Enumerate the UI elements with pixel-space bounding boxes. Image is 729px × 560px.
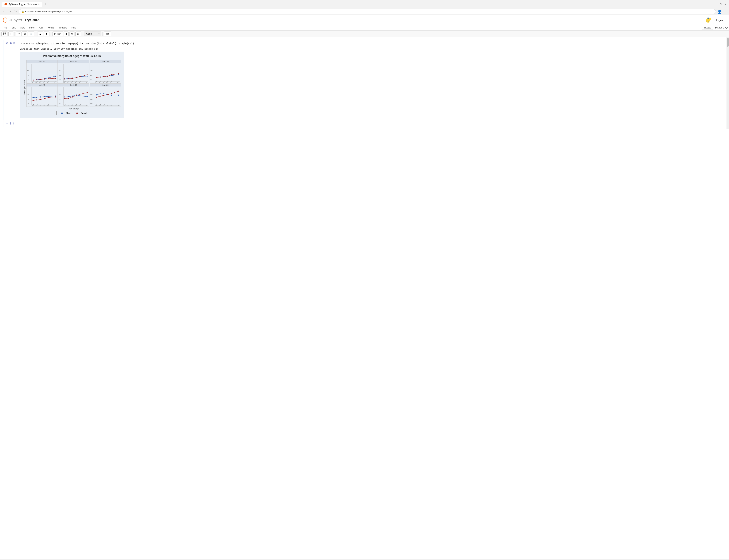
menu-cell[interactable]: Cell <box>37 26 45 30</box>
logout-button[interactable]: Logout <box>714 18 726 22</box>
svg-point-90 <box>40 97 41 98</box>
back-button[interactable]: ← <box>2 9 6 14</box>
chart-area: Predictive margins of agegrp with 95% CI… <box>20 52 124 118</box>
svg-point-71 <box>107 76 108 77</box>
svg-point-47 <box>86 74 88 75</box>
svg-text:200: 200 <box>90 93 92 95</box>
stop-button[interactable]: ■ <box>64 32 69 36</box>
restart-button[interactable]: ↻ <box>69 32 75 36</box>
paste-button[interactable]: 📋 <box>28 32 34 36</box>
tab-close-button[interactable]: × <box>38 3 40 5</box>
svg-point-18 <box>40 79 41 80</box>
svg-point-20 <box>48 78 49 79</box>
menu-view[interactable]: View <box>18 26 27 30</box>
save-button[interactable]: 💾 <box>1 32 8 36</box>
svg-text:50-59: 50-59 <box>43 104 45 106</box>
forward-button[interactable]: → <box>8 9 12 14</box>
svg-text:200: 200 <box>59 70 61 71</box>
cut-button[interactable]: ✂ <box>16 32 21 36</box>
svg-point-97 <box>44 98 45 99</box>
legend-wrapper: Male Female <box>26 111 121 115</box>
trusted-badge: Trusted <box>702 26 713 30</box>
empty-cell-input[interactable] <box>18 120 725 127</box>
scrollbar[interactable] <box>726 37 729 129</box>
empty-cell[interactable]: In [ ]: <box>4 120 725 127</box>
keyboard-shortcuts-button[interactable]: ⌨ <box>104 32 111 36</box>
svg-point-95 <box>36 99 37 100</box>
svg-point-19 <box>44 78 45 80</box>
chart-svg-bmi50: 100 150 200 <box>58 86 89 106</box>
browser-menu-button[interactable]: ⋮ <box>723 9 727 14</box>
move-up-button[interactable]: ▲ <box>37 32 43 36</box>
svg-point-43 <box>68 78 69 79</box>
reload-button[interactable]: ↻ <box>14 9 17 14</box>
cell-content: %stata marginsplot, xdimension(agegrp) b… <box>18 40 725 120</box>
menu-help[interactable]: Help <box>69 26 78 30</box>
scrollbar-thumb[interactable] <box>727 38 729 47</box>
chart-svg-bmi60: 100 150 200 <box>90 86 121 106</box>
fast-forward-button[interactable]: ⏭ <box>75 32 81 36</box>
svg-text:40-49: 40-49 <box>39 104 42 106</box>
svg-text:150: 150 <box>90 75 92 77</box>
svg-text:70+: 70+ <box>54 81 56 83</box>
notebook-name[interactable]: PyStata <box>25 18 40 22</box>
svg-text:40-49: 40-49 <box>71 81 73 83</box>
move-down-button[interactable]: ▼ <box>44 32 49 36</box>
svg-text:200: 200 <box>27 70 29 71</box>
new-tab-button[interactable]: + <box>43 1 48 7</box>
copy-button[interactable]: ⧉ <box>22 31 27 36</box>
svg-point-150 <box>111 93 112 94</box>
profile-button[interactable]: 👤 <box>717 9 722 14</box>
svg-text:100: 100 <box>59 79 61 81</box>
maximize-button[interactable]: □ <box>719 3 722 6</box>
menu-file[interactable]: File <box>1 26 9 30</box>
svg-text:40-49: 40-49 <box>102 81 105 83</box>
svg-text:20-29: 20-29 <box>63 104 66 106</box>
svg-point-140 <box>96 94 97 95</box>
chart-panel-bmi10: bmi=10 100 <box>26 60 58 83</box>
svg-point-161 <box>76 112 78 114</box>
menu-edit[interactable]: Edit <box>9 26 18 30</box>
menu-widgets[interactable]: Widgets <box>57 26 69 30</box>
panel-title-bmi60: bmi=60 <box>90 84 121 86</box>
add-cell-button[interactable]: + <box>8 32 13 36</box>
jupyter-page: Jupyter PyStata Logout File Edit View In… <box>0 15 729 559</box>
active-tab[interactable]: PyStata - Jupyter Notebook × <box>2 2 42 7</box>
close-button[interactable]: × <box>724 3 727 6</box>
svg-text:40-49: 40-49 <box>102 104 105 106</box>
cell-code[interactable]: %stata marginsplot, xdimension(agegrp) b… <box>20 41 724 46</box>
url-text: localhost:8888/notebooks/pyjn/PyStata.ip… <box>25 10 72 13</box>
svg-text:50-59: 50-59 <box>106 81 109 83</box>
svg-text:100: 100 <box>27 103 29 104</box>
minimize-button[interactable]: − <box>714 3 718 6</box>
chart-legend: Male Female <box>56 111 91 115</box>
svg-text:50-59: 50-59 <box>106 104 109 106</box>
svg-point-1 <box>709 21 709 22</box>
menu-kernel[interactable]: Kernel <box>45 26 57 30</box>
cell-in-label: In [3]: <box>4 40 18 120</box>
code-cell[interactable]: In [3]: %stata marginsplot, xdimension(a… <box>4 40 725 120</box>
chart-svg-bmi30: 100 150 200 <box>90 63 121 83</box>
svg-text:60-69: 60-69 <box>47 104 49 106</box>
python-logo-icon <box>705 17 711 23</box>
legend-female-label: Female <box>81 112 88 114</box>
jupyter-header-right: Logout <box>705 17 726 23</box>
svg-point-148 <box>103 95 104 96</box>
svg-point-119 <box>86 96 88 97</box>
svg-point-120 <box>64 98 65 99</box>
svg-text:20-29: 20-29 <box>95 104 98 106</box>
svg-point-92 <box>48 96 49 97</box>
x-axis-label: Age group <box>26 107 121 110</box>
svg-point-67 <box>118 74 119 75</box>
svg-text:70+: 70+ <box>86 81 88 83</box>
menu-insert[interactable]: Insert <box>27 26 37 30</box>
chart-wrapper: Linear prediction bmi=10 <box>23 60 121 115</box>
svg-text:50-59: 50-59 <box>43 81 45 83</box>
url-bar[interactable]: 🔒 localhost:8888/notebooks/pyjn/PyStata.… <box>19 9 716 14</box>
cell-type-select[interactable]: Code Markdown Raw <box>84 32 101 36</box>
svg-text:70+: 70+ <box>86 105 88 106</box>
run-button[interactable]: ▶ Run <box>52 32 63 36</box>
chart-container: Predictive margins of agegrp with 95% CI… <box>20 52 124 118</box>
svg-point-99 <box>55 97 56 98</box>
svg-text:200: 200 <box>27 93 29 95</box>
